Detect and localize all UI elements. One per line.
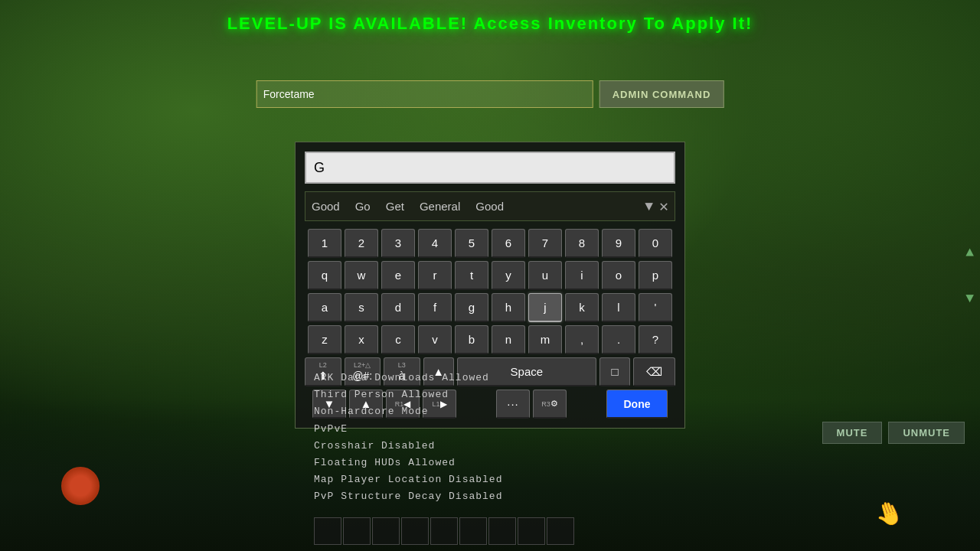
server-info-line-0: ARK Data Downloads Allowed	[314, 370, 502, 386]
key-j[interactable]: j	[528, 293, 562, 322]
server-info-line-4: Crosshair Disabled	[314, 438, 502, 455]
hotbar-slot-5[interactable]	[430, 517, 458, 545]
suggestion-1[interactable]: Go	[355, 200, 371, 213]
hotbar	[314, 517, 574, 545]
key-comma[interactable]: ,	[565, 325, 599, 354]
key-n[interactable]: n	[492, 325, 525, 354]
key-k[interactable]: k	[565, 293, 599, 322]
key-g[interactable]: g	[455, 293, 488, 322]
key-backspace[interactable]: ⌫	[633, 357, 675, 386]
zxcv-row: z x c v b n m , . ?	[305, 325, 675, 354]
suggestions-row: Good Go Get General Good ▼ ✕	[305, 191, 675, 221]
key-square[interactable]: □	[599, 357, 630, 386]
admin-command-button[interactable]: ADMIN COMMAND	[599, 80, 724, 108]
server-info-line-2: Non-Hardcore Mode	[314, 403, 502, 420]
hotbar-slot-2[interactable]	[343, 517, 371, 545]
key-u[interactable]: u	[528, 261, 562, 290]
server-info-line-6: Map Player Location Disabled	[314, 471, 502, 488]
key-done[interactable]: Done	[606, 390, 668, 419]
key-empty-2	[570, 390, 603, 419]
key-q[interactable]: q	[308, 261, 341, 290]
mute-button[interactable]: MUTE	[822, 422, 883, 444]
suggestions-list: Good Go Get General Good	[312, 200, 645, 213]
key-h[interactable]: h	[492, 293, 525, 322]
key-r3[interactable]: R3 ⚙	[533, 390, 567, 419]
key-4[interactable]: 4	[418, 229, 452, 258]
key-8[interactable]: 8	[565, 229, 599, 258]
right-arrows: ▲ ▼	[965, 245, 974, 306]
close-suggestions-icon[interactable]: ✕	[659, 197, 668, 216]
mute-bar: MUTE UNMUTE	[822, 422, 965, 444]
hotbar-slot-1[interactable]	[314, 517, 341, 545]
key-w[interactable]: w	[345, 261, 378, 290]
key-r[interactable]: r	[418, 261, 452, 290]
expand-suggestions-icon[interactable]: ▼	[645, 199, 653, 214]
admin-command-input[interactable]	[256, 80, 593, 108]
key-period[interactable]: .	[602, 325, 635, 354]
unmute-button[interactable]: UNMUTE	[888, 422, 965, 444]
key-apostrophe[interactable]: '	[639, 293, 672, 322]
key-t[interactable]: t	[455, 261, 488, 290]
hotbar-slot-9[interactable]	[547, 517, 574, 545]
number-row: 1 2 3 4 5 6 7 8 9 0	[305, 229, 675, 258]
key-s[interactable]: s	[345, 293, 378, 322]
key-l[interactable]: l	[602, 293, 635, 322]
key-z[interactable]: z	[308, 325, 341, 354]
server-info-line-1: Third Person Allowed	[314, 386, 502, 403]
key-9[interactable]: 9	[602, 229, 635, 258]
hotbar-slot-6[interactable]	[459, 517, 487, 545]
key-c[interactable]: c	[381, 325, 415, 354]
key-f[interactable]: f	[418, 293, 452, 322]
key-a[interactable]: a	[308, 293, 341, 322]
key-2[interactable]: 2	[345, 229, 378, 258]
key-o[interactable]: o	[602, 261, 635, 290]
key-0[interactable]: 0	[639, 229, 672, 258]
key-6[interactable]: 6	[492, 229, 525, 258]
server-info-line-3: PvPvE	[314, 421, 502, 438]
hotbar-slot-8[interactable]	[518, 517, 545, 545]
key-i[interactable]: i	[565, 261, 599, 290]
qwerty-row: q w e r t y u i o p	[305, 261, 675, 290]
key-e[interactable]: e	[381, 261, 415, 290]
suggestion-3[interactable]: General	[420, 200, 460, 213]
key-v[interactable]: v	[418, 325, 452, 354]
key-y[interactable]: y	[492, 261, 525, 290]
admin-bar: ADMIN COMMAND	[256, 80, 724, 108]
right-arrow-down: ▼	[965, 291, 974, 306]
asdf-row: a s d f g h j k l '	[305, 293, 675, 322]
level-up-banner: LEVEL-UP IS AVAILABLE! Access Inventory …	[0, 0, 980, 34]
key-5[interactable]: 5	[455, 229, 488, 258]
server-info-line-7: PvP Structure Decay Disabled	[314, 488, 502, 505]
server-info-line-5: Floating HUDs Allowed	[314, 455, 502, 471]
hotbar-slot-7[interactable]	[488, 517, 516, 545]
key-3[interactable]: 3	[381, 229, 415, 258]
right-arrow-up: ▲	[965, 245, 974, 260]
key-p[interactable]: p	[639, 261, 672, 290]
suggestion-2[interactable]: Get	[386, 200, 404, 213]
key-question[interactable]: ?	[639, 325, 672, 354]
hands-indicator: 🤚	[871, 496, 907, 532]
key-b[interactable]: b	[455, 325, 488, 354]
key-x[interactable]: x	[345, 325, 378, 354]
key-7[interactable]: 7	[528, 229, 562, 258]
key-m[interactable]: m	[528, 325, 562, 354]
hotbar-slot-3[interactable]	[372, 517, 400, 545]
suggestion-4[interactable]: Good	[475, 200, 504, 213]
hotbar-slot-4[interactable]	[401, 517, 429, 545]
keyboard-search-input[interactable]	[305, 152, 675, 184]
key-1[interactable]: 1	[308, 229, 341, 258]
character-indicator	[61, 467, 100, 505]
key-d[interactable]: d	[381, 293, 415, 322]
suggestion-0[interactable]: Good	[312, 200, 340, 213]
server-info: ARK Data Downloads Allowed Third Person …	[314, 370, 502, 505]
